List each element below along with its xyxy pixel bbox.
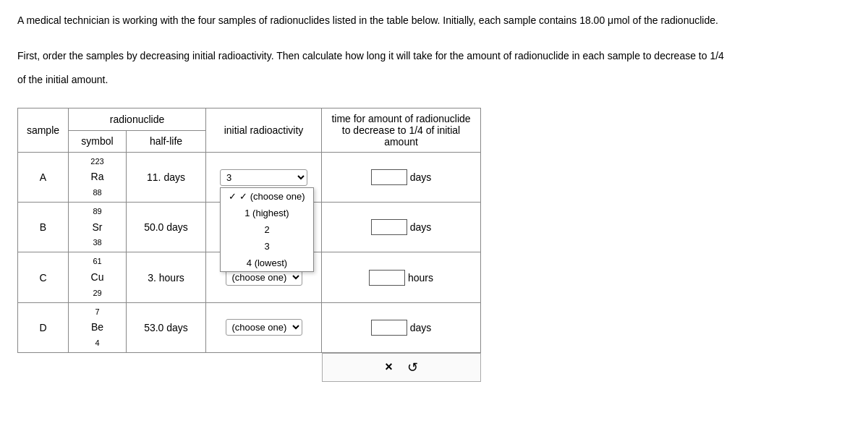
- header-initial-radio: initial radioactivity: [206, 108, 322, 153]
- close-button[interactable]: ×: [385, 359, 393, 375]
- header-sample: sample: [18, 108, 69, 153]
- intro-line2: First, order the samples by decreasing i…: [17, 48, 851, 64]
- superscript-c: 61: [93, 257, 101, 265]
- superscript-d: 7: [95, 307, 99, 316]
- sample-c-label: C: [18, 252, 69, 302]
- reset-button[interactable]: ↺: [407, 359, 418, 375]
- time-c-cell: hours: [322, 252, 481, 302]
- subscript-b: 38: [93, 238, 101, 247]
- symbol-b-cell: 89 Sr 38: [69, 203, 127, 252]
- header-radionuclide: radionuclide: [69, 108, 206, 131]
- halflife-a: 11. days: [127, 153, 206, 203]
- dd-item-1-highest[interactable]: 1 (highest): [221, 205, 313, 221]
- intro-line1: A medical technician is working with the…: [17, 13, 851, 28]
- radio-select-d[interactable]: (choose one) 1 (highest) 2 3 4 (lowest): [226, 319, 302, 336]
- time-unit-d: days: [410, 322, 432, 333]
- time-input-group-d: days: [329, 320, 473, 336]
- time-answer-box-d[interactable]: [371, 320, 407, 336]
- subscript-a: 88: [93, 188, 101, 197]
- time-answer-box-b[interactable]: [371, 219, 407, 235]
- initial-radio-d-cell[interactable]: (choose one) 1 (highest) 2 3 4 (lowest): [206, 302, 322, 352]
- halflife-c: 3. hours: [127, 252, 206, 302]
- initial-radio-a-cell[interactable]: ✓ (choose one) 1 (highest) 2 3 4 (lowest…: [206, 153, 322, 203]
- symbol-d: Be: [91, 321, 103, 333]
- time-a-cell: days: [322, 153, 481, 203]
- symbol-a-cell: 223 Ra 88: [69, 153, 127, 203]
- table-row: D 7 Be 4 53.0 days (choose one) 1 (highe…: [18, 302, 481, 352]
- superscript-b: 89: [93, 207, 101, 216]
- symbol-b: Sr: [93, 221, 103, 233]
- dropdown-overlay-a[interactable]: ✓ (choose one) 1 (highest) 2 3 4 (lowest…: [220, 187, 314, 272]
- symbol-c: Cu: [91, 271, 104, 283]
- radio-select-a[interactable]: ✓ (choose one) 1 (highest) 2 3 4 (lowest…: [220, 169, 307, 186]
- radionuclide-table: sample radionuclide initial radioactivit…: [17, 108, 481, 353]
- dd-item-4-lowest[interactable]: 4 (lowest): [221, 255, 313, 271]
- time-input-group-a: days: [329, 169, 473, 185]
- superscript-a: 223: [90, 157, 103, 166]
- intro-line3: of the initial amount.: [17, 72, 851, 88]
- time-answer-box-a[interactable]: [371, 169, 407, 185]
- symbol-c-cell: 61 Cu 29: [69, 252, 127, 302]
- time-b-cell: days: [322, 203, 481, 252]
- header-time: time for amount of radionuclide to decre…: [322, 108, 481, 153]
- sample-d-label: D: [18, 302, 69, 352]
- symbol-d-cell: 7 Be 4: [69, 302, 127, 352]
- main-table-wrapper: sample radionuclide initial radioactivit…: [17, 108, 481, 382]
- sample-a-label: A: [18, 153, 69, 203]
- halflife-b: 50.0 days: [127, 203, 206, 252]
- time-answer-box-c[interactable]: [369, 270, 405, 286]
- time-input-group-b: days: [329, 219, 473, 235]
- header-symbol: symbol: [69, 130, 127, 153]
- dd-item-2[interactable]: 2: [221, 221, 313, 238]
- symbol-a: Ra: [91, 171, 104, 182]
- dd-item-3[interactable]: 3: [221, 238, 313, 255]
- table-row: A 223 Ra 88 11. days ✓ (choose one) 1 (h…: [18, 153, 481, 203]
- dropdown-wrapper-a[interactable]: ✓ (choose one) 1 (highest) 2 3 4 (lowest…: [220, 169, 307, 186]
- time-input-group-c: hours: [329, 270, 473, 286]
- subscript-d: 4: [95, 339, 99, 347]
- time-d-cell: days: [322, 302, 481, 352]
- halflife-d: 53.0 days: [127, 302, 206, 352]
- time-unit-b: days: [410, 221, 432, 233]
- subscript-c: 29: [93, 289, 101, 297]
- time-unit-a: days: [410, 171, 432, 183]
- time-unit-c: hours: [408, 272, 433, 284]
- sample-b-label: B: [18, 203, 69, 252]
- header-halflife: half-life: [127, 130, 206, 153]
- dd-item-choose[interactable]: ✓ (choose one): [221, 188, 313, 205]
